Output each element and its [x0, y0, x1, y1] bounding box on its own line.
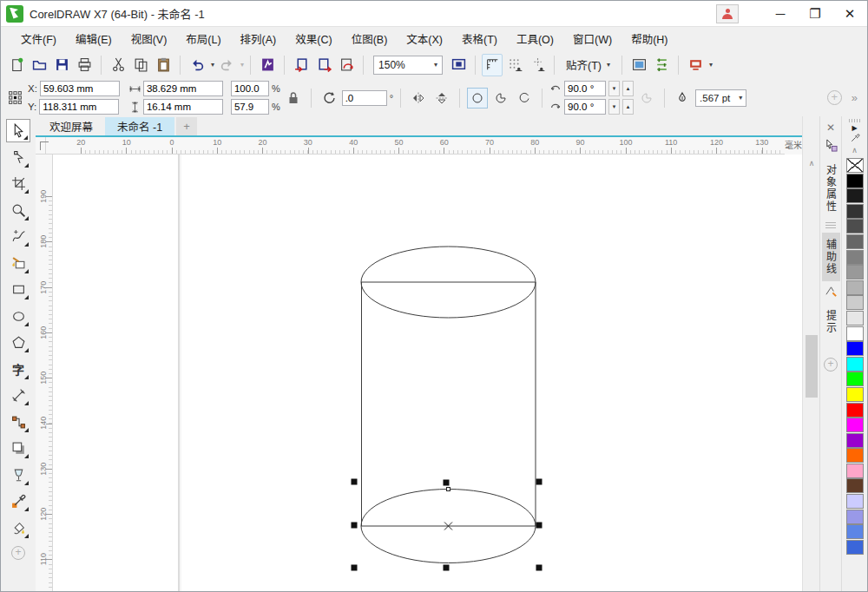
- minimize-button[interactable]: ─: [763, 1, 798, 27]
- docker-close-icon[interactable]: ✕: [826, 122, 835, 135]
- zoom-level-select[interactable]: 150% ▾: [373, 56, 443, 75]
- scale-horizontal-input[interactable]: [231, 81, 269, 96]
- ellipse-mode-button[interactable]: [467, 88, 488, 109]
- menu-item[interactable]: 帮助(H): [621, 27, 677, 50]
- menu-item[interactable]: 排列(A): [231, 27, 286, 50]
- quick-customize-propbar-button[interactable]: +: [827, 90, 842, 105]
- pick-tool[interactable]: [6, 119, 30, 142]
- color-swatch[interactable]: [846, 433, 864, 448]
- docker-tab-guidelines[interactable]: 辅助线: [822, 233, 840, 281]
- welcome-dropdown-icon[interactable]: ▾: [709, 61, 713, 69]
- cylinder-drawing[interactable]: [53, 155, 802, 591]
- color-swatch[interactable]: [846, 418, 864, 432]
- color-swatch[interactable]: [846, 250, 864, 265]
- canvas-vertical-scrollbar[interactable]: ∧: [802, 116, 819, 591]
- color-swatch[interactable]: [846, 188, 864, 203]
- menu-item[interactable]: 效果(C): [286, 27, 341, 50]
- menu-item[interactable]: 窗口(W): [563, 27, 621, 50]
- docker-tab-object-properties[interactable]: 对象属性: [822, 158, 840, 219]
- color-swatch[interactable]: [846, 478, 864, 493]
- docker-tab-hints[interactable]: 提示: [822, 304, 840, 340]
- color-swatch[interactable]: [846, 494, 864, 509]
- menu-item[interactable]: 工具(O): [507, 27, 563, 50]
- cylinder-top-ellipse[interactable]: [361, 247, 536, 318]
- outline-width-select[interactable]: .567 pt ▾: [695, 89, 746, 107]
- menu-item[interactable]: 文件(F): [11, 27, 66, 50]
- publish-pdf-button[interactable]: [336, 54, 357, 76]
- save-button[interactable]: [51, 54, 72, 76]
- start-angle-up-button[interactable]: ▴: [622, 81, 634, 96]
- object-origin-selector[interactable]: [4, 87, 25, 109]
- shape-tool[interactable]: [6, 146, 30, 169]
- menu-item[interactable]: 位图(B): [342, 27, 398, 50]
- mirror-vertical-button[interactable]: [431, 88, 452, 109]
- ellipse-top-node[interactable]: [447, 488, 450, 491]
- horizontal-ruler[interactable]: 20100102030405060708090100110120130: [46, 137, 785, 155]
- handle-bottom-left[interactable]: [352, 565, 358, 571]
- redo-button[interactable]: [216, 54, 237, 76]
- tab-untitled-document[interactable]: 未命名 -1: [105, 117, 174, 135]
- redo-dropdown-icon[interactable]: ▾: [240, 61, 244, 69]
- color-swatch[interactable]: [846, 403, 864, 418]
- menu-item[interactable]: 编辑(E): [66, 27, 122, 50]
- handle-top-left[interactable]: [352, 479, 358, 485]
- palette-scroll-up-icon[interactable]: ∧: [852, 146, 858, 156]
- color-swatch[interactable]: [846, 464, 864, 478]
- scrollbar-thumb[interactable]: [806, 335, 818, 398]
- smart-fill-tool[interactable]: [6, 252, 30, 275]
- undo-dropdown-icon[interactable]: ▾: [211, 61, 214, 69]
- drop-shadow-tool[interactable]: [6, 437, 30, 460]
- color-swatch[interactable]: [846, 234, 864, 249]
- x-position-input[interactable]: [40, 81, 120, 96]
- parallel-dimension-tool[interactable]: [6, 384, 30, 407]
- palette-grip[interactable]: [849, 119, 861, 122]
- print-button[interactable]: [74, 54, 95, 76]
- paste-icon[interactable]: [153, 54, 174, 76]
- color-swatch[interactable]: [846, 448, 864, 463]
- options-button[interactable]: [628, 54, 649, 76]
- scale-vertical-input[interactable]: [231, 99, 269, 115]
- fullscreen-preview-button[interactable]: [448, 54, 469, 76]
- color-swatch[interactable]: [846, 357, 864, 372]
- palette-flyout-icon[interactable]: ▶: [852, 124, 857, 133]
- ruler-origin[interactable]: [36, 137, 46, 155]
- new-document-tab-button[interactable]: +: [176, 117, 197, 135]
- change-direction-button[interactable]: [636, 88, 657, 109]
- color-swatch[interactable]: [846, 158, 864, 173]
- handle-top-middle[interactable]: [444, 480, 450, 486]
- show-grid-toggle[interactable]: [504, 54, 525, 76]
- arc-mode-button[interactable]: [514, 88, 535, 109]
- handle-middle-left[interactable]: [352, 523, 358, 529]
- color-swatch[interactable]: [846, 341, 864, 356]
- end-angle-input[interactable]: [564, 99, 606, 115]
- cut-icon[interactable]: [108, 54, 128, 76]
- quick-customize-docker-button[interactable]: +: [824, 358, 838, 372]
- object-height-input[interactable]: [143, 99, 223, 115]
- rotation-angle-input[interactable]: [342, 90, 387, 106]
- show-rulers-toggle[interactable]: [482, 54, 503, 76]
- color-swatch[interactable]: [846, 265, 864, 280]
- end-angle-up-button[interactable]: ▴: [622, 99, 634, 115]
- palette-eyedropper-icon[interactable]: [850, 133, 860, 146]
- copy-icon[interactable]: [130, 54, 151, 76]
- close-button[interactable]: ✕: [832, 1, 867, 27]
- application-launcher-button[interactable]: [651, 54, 672, 76]
- export-button[interactable]: [313, 54, 334, 76]
- tab-welcome-screen[interactable]: 欢迎屏幕: [37, 117, 105, 135]
- menu-item[interactable]: 表格(T): [452, 27, 507, 50]
- handle-middle-right[interactable]: [536, 523, 542, 529]
- maximize-button[interactable]: ❐: [798, 1, 832, 27]
- color-swatch[interactable]: [846, 387, 864, 402]
- welcome-screen-button[interactable]: [685, 54, 706, 76]
- menu-item[interactable]: 文本(X): [397, 27, 452, 50]
- color-swatch[interactable]: [846, 311, 864, 326]
- vertical-ruler[interactable]: 190180170160150140130120110: [36, 155, 53, 591]
- drawing-canvas[interactable]: [53, 155, 802, 591]
- snap-to-menu[interactable]: 贴齐(T) ▾: [561, 56, 615, 73]
- start-angle-input[interactable]: [564, 81, 606, 96]
- handle-bottom-right[interactable]: [536, 565, 542, 571]
- color-swatch[interactable]: [846, 174, 864, 188]
- object-width-input[interactable]: [143, 81, 223, 96]
- color-swatch[interactable]: [846, 204, 864, 219]
- color-swatch[interactable]: [846, 326, 864, 341]
